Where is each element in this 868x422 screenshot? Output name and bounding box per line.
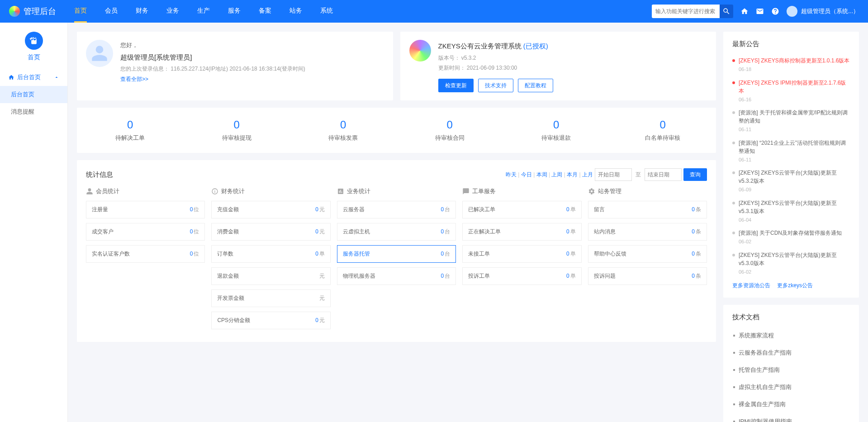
- mail-icon[interactable]: [756, 7, 764, 15]
- date-range-link[interactable]: 本月: [567, 171, 578, 178]
- more-zkeys-ann-link[interactable]: 更多zkeys公告: [777, 282, 813, 289]
- announcements-card: 最新公告 [ZKEYS] ZKEYS商标控制器更新至1.0.1.6版本06-18…: [723, 32, 859, 298]
- nav-item[interactable]: 系统: [320, 0, 333, 23]
- stat-item[interactable]: 投诉问题0条: [588, 267, 707, 285]
- doc-item[interactable]: 虚拟主机自生产指南: [732, 379, 850, 396]
- block-icon: [337, 188, 344, 195]
- stat-item[interactable]: 订单数0单: [211, 245, 330, 263]
- stat-item[interactable]: 成交客户0位: [86, 223, 205, 241]
- query-button[interactable]: 查询: [683, 168, 707, 181]
- stat-item[interactable]: 投诉工单0单: [462, 267, 581, 285]
- top-header: 管理后台 首页会员财务业务生产服务备案站务系统 超级管理员（系统...）: [0, 0, 868, 23]
- date-range-link[interactable]: 昨天: [506, 171, 517, 178]
- user-menu[interactable]: 超级管理员（系统...）: [787, 6, 859, 17]
- sidebar-header[interactable]: 首页: [0, 23, 67, 69]
- tech-support-button[interactable]: 技术支持: [478, 79, 513, 92]
- stat-item[interactable]: 注册量0位: [86, 201, 205, 218]
- sidebar-item-notifications[interactable]: 消息提醒: [0, 103, 67, 120]
- view-all-link[interactable]: 查看全部>>: [120, 74, 305, 85]
- stat-item[interactable]: 物理机服务器0台: [337, 267, 456, 285]
- block-header: 站务管理: [588, 187, 707, 195]
- pending-stat[interactable]: 0待审核提现: [184, 119, 290, 142]
- welcome-role: 超级管理员[系统管理员]: [120, 51, 305, 64]
- stat-item[interactable]: 留言0条: [588, 201, 707, 218]
- search-button[interactable]: [720, 5, 733, 18]
- bullet-icon: [732, 111, 735, 114]
- doc-item[interactable]: 系统搬家流程: [732, 327, 850, 344]
- nav-item[interactable]: 财务: [136, 0, 148, 23]
- brand[interactable]: 管理后台: [9, 6, 56, 17]
- nav-item[interactable]: 备案: [259, 0, 271, 23]
- announcement-item[interactable]: [资源池] “2021企业上云”活动托管宿租规则调整通知06-11: [732, 136, 850, 166]
- doc-item[interactable]: IPMI控制器使用指南: [732, 413, 850, 422]
- announcement-item[interactable]: [ZKEYS] ZKEYS商标控制器更新至1.0.1.6版本06-18: [732, 54, 850, 76]
- stat-item[interactable]: 实名认证客户数0位: [86, 245, 205, 263]
- announcement-item[interactable]: [ZKEYS] ZKEYS云管平台(大陆版)更新至v5.3.2版本06-09: [732, 166, 850, 196]
- start-date-input[interactable]: [595, 168, 632, 181]
- end-date-input[interactable]: [645, 168, 682, 181]
- doc-item[interactable]: 托管自生产指南: [732, 361, 850, 379]
- nav-item[interactable]: 站务: [289, 0, 302, 23]
- brand-text: 管理后台: [24, 6, 56, 17]
- stat-item[interactable]: 未接工单0单: [462, 245, 581, 263]
- announcement-item[interactable]: [ZKEYS] ZKEYS云管平台(大陆版)更新至v5.3.0版本06-02: [732, 248, 850, 279]
- announcement-item[interactable]: [ZKEYS] ZKEYS云管平台(大陆版)更新至v5.3.1版本06-04: [732, 196, 850, 227]
- content: 您好， 超级管理员[系统管理员] 您的上次登录信息： 116.25.227.12…: [68, 23, 868, 422]
- bullet-icon: [732, 59, 735, 62]
- pending-stat[interactable]: 0待审核合同: [397, 119, 503, 142]
- stat-item[interactable]: 站内消息0条: [588, 223, 707, 241]
- nav-item[interactable]: 会员: [105, 0, 118, 23]
- date-range-link[interactable]: 本周: [536, 171, 547, 178]
- pending-stats: 0待解决工单0待审核提现0待审核发票0待审核合同0待审核退款0白名单待审核: [77, 108, 716, 153]
- help-icon[interactable]: [771, 7, 779, 15]
- pending-stat[interactable]: 0待解决工单: [77, 119, 184, 142]
- statistics-title: 统计信息: [86, 171, 113, 179]
- doc-item[interactable]: 裸金属自生产指南: [732, 396, 850, 413]
- stat-item[interactable]: 服务器托管0台: [337, 245, 456, 263]
- pending-stat[interactable]: 0白名单待审核: [610, 119, 716, 142]
- date-range-link[interactable]: 上周: [551, 171, 562, 178]
- search-input[interactable]: [652, 5, 720, 18]
- doc-item[interactable]: 云服务器自生产指南: [732, 344, 850, 361]
- announcement-item[interactable]: [ZKEYS] ZKEYS IPMI控制器更新至2.1.7.6版本06-16: [732, 76, 850, 106]
- logo-icon: [9, 6, 20, 17]
- date-filter: 昨天 | 今日 | 本周 | 上周 | 本月 | 上月 至 查询: [506, 168, 707, 181]
- sidebar-group-home[interactable]: 后台首页: [0, 69, 67, 86]
- nav-item[interactable]: 生产: [197, 0, 210, 23]
- config-guide-button[interactable]: 配置教程: [518, 79, 553, 92]
- stat-block: 站务管理留言0条站内消息0条帮助中心反馈0条投诉问题0条: [588, 187, 707, 334]
- stat-item[interactable]: 退款金额元: [211, 267, 330, 285]
- stat-item[interactable]: 帮助中心反馈0条: [588, 245, 707, 263]
- home-icon[interactable]: [740, 7, 749, 15]
- search-icon: [722, 7, 730, 15]
- system-auth-badge: (已授权): [523, 42, 548, 50]
- pending-stat[interactable]: 0待审核退款: [503, 119, 610, 142]
- nav-item[interactable]: 业务: [166, 0, 179, 23]
- stat-item[interactable]: 云虚拟主机0台: [337, 223, 456, 241]
- stat-number: 0: [77, 119, 184, 131]
- announcement-item[interactable]: [资源池] 关于CDN及对象存储暂停服务通知06-02: [732, 226, 850, 248]
- home-icon: [8, 74, 14, 81]
- date-range-link[interactable]: 今日: [521, 171, 532, 178]
- announcement-item[interactable]: [资源池] 关于托管和裸金属带宽/IP配比规则调整的通知06-11: [732, 106, 850, 136]
- nav-item[interactable]: 首页: [74, 0, 87, 23]
- sidebar-item-admin-home[interactable]: 后台首页: [0, 86, 67, 103]
- check-update-button[interactable]: 检查更新: [438, 79, 474, 92]
- stat-item[interactable]: 充值金额0元: [211, 201, 330, 218]
- stat-item[interactable]: 开发票金额元: [211, 289, 330, 307]
- more-pool-ann-link[interactable]: 更多资源池公告: [732, 282, 770, 289]
- stat-item[interactable]: CPS分销金额0元: [211, 312, 330, 329]
- statistics-columns: 会员统计注册量0位成交客户0位实名认证客户数0位财务统计充值金额0元消费金额0元…: [86, 187, 707, 334]
- stat-item[interactable]: 云服务器0台: [337, 201, 456, 218]
- date-range-link[interactable]: 上月: [582, 171, 593, 178]
- stat-item[interactable]: 已解决工单0单: [462, 201, 581, 218]
- welcome-card: 您好， 超级管理员[系统管理员] 您的上次登录信息： 116.25.227.12…: [77, 32, 393, 100]
- stat-item[interactable]: 消费金额0元: [211, 223, 330, 241]
- pending-stat[interactable]: 0待审核发票: [290, 119, 397, 142]
- stat-label: 待审核提现: [184, 134, 290, 142]
- stat-item[interactable]: 正在解决工单0单: [462, 223, 581, 241]
- system-version: 版本号： v5.3.2: [438, 53, 707, 63]
- stat-block: 业务统计云服务器0台云虚拟主机0台服务器托管0台物理机服务器0台: [337, 187, 456, 334]
- statistics-card: 统计信息 昨天 | 今日 | 本周 | 上周 | 本月 | 上月 至 查询 会员…: [77, 160, 716, 342]
- nav-item[interactable]: 服务: [228, 0, 241, 23]
